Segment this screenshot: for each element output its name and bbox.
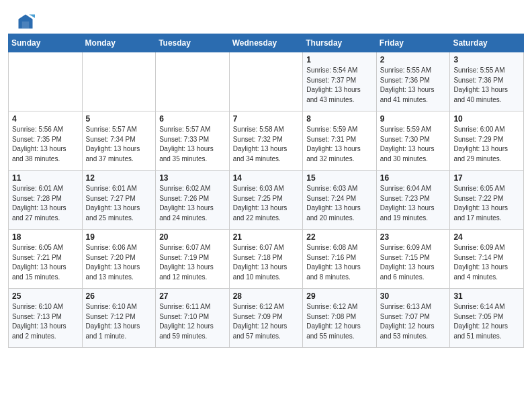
day-info: Sunrise: 6:09 AMSunset: 7:14 PMDaylight:… [453,243,520,282]
day-info: Sunrise: 5:56 AMSunset: 7:35 PMDaylight:… [12,125,79,164]
day-info: Sunrise: 6:14 AMSunset: 7:05 PMDaylight:… [453,302,520,341]
day-header-thursday: Thursday [303,34,377,52]
calendar-week-1: 1Sunrise: 5:54 AMSunset: 7:37 PMDaylight… [9,52,524,111]
calendar-cell: 13Sunrise: 6:02 AMSunset: 7:26 PMDayligh… [156,171,230,230]
calendar-week-2: 4Sunrise: 5:56 AMSunset: 7:35 PMDaylight… [9,111,524,171]
day-number: 7 [233,114,300,124]
calendar-cell: 31Sunrise: 6:14 AMSunset: 7:05 PMDayligh… [450,289,524,348]
logo-icon [16,12,35,31]
calendar-cell: 17Sunrise: 6:05 AMSunset: 7:22 PMDayligh… [450,171,524,230]
day-number: 15 [306,173,373,183]
calendar-cell [9,52,83,111]
day-number: 14 [233,173,300,183]
calendar-cell: 5Sunrise: 5:57 AMSunset: 7:34 PMDaylight… [82,111,156,171]
day-number: 10 [453,114,520,124]
day-info: Sunrise: 6:00 AMSunset: 7:29 PMDaylight:… [453,125,520,164]
day-number: 3 [453,55,520,64]
day-info: Sunrise: 6:05 AMSunset: 7:22 PMDaylight:… [453,184,520,223]
calendar-cell: 2Sunrise: 5:55 AMSunset: 7:36 PMDaylight… [376,52,450,111]
day-header-friday: Friday [376,34,450,52]
calendar-cell: 1Sunrise: 5:54 AMSunset: 7:37 PMDaylight… [303,52,377,111]
day-number: 22 [306,232,373,242]
day-info: Sunrise: 6:01 AMSunset: 7:28 PMDaylight:… [12,184,79,223]
day-number: 28 [233,291,300,301]
calendar-cell: 16Sunrise: 6:04 AMSunset: 7:23 PMDayligh… [376,171,450,230]
calendar-cell: 20Sunrise: 6:07 AMSunset: 7:19 PMDayligh… [156,230,230,289]
day-number: 30 [380,291,447,301]
day-info: Sunrise: 6:12 AMSunset: 7:09 PMDaylight:… [233,302,300,341]
day-header-sunday: Sunday [9,34,83,52]
day-info: Sunrise: 6:10 AMSunset: 7:13 PMDaylight:… [12,302,79,341]
day-number: 31 [453,291,520,301]
calendar-week-4: 18Sunrise: 6:05 AMSunset: 7:21 PMDayligh… [9,230,524,289]
day-number: 12 [86,173,152,183]
day-info: Sunrise: 5:57 AMSunset: 7:33 PMDaylight:… [159,125,226,164]
day-header-saturday: Saturday [450,34,524,52]
calendar-cell: 12Sunrise: 6:01 AMSunset: 7:27 PMDayligh… [82,171,156,230]
day-number: 11 [12,173,79,183]
day-number: 8 [306,114,373,124]
svg-rect-2 [22,21,30,29]
day-info: Sunrise: 6:04 AMSunset: 7:23 PMDaylight:… [380,184,447,223]
calendar-cell: 30Sunrise: 6:13 AMSunset: 7:07 PMDayligh… [376,289,450,348]
calendar-cell: 15Sunrise: 6:03 AMSunset: 7:24 PMDayligh… [303,171,377,230]
day-info: Sunrise: 5:59 AMSunset: 7:30 PMDaylight:… [380,125,447,164]
calendar-cell: 26Sunrise: 6:10 AMSunset: 7:12 PMDayligh… [82,289,156,348]
day-info: Sunrise: 6:03 AMSunset: 7:25 PMDaylight:… [233,184,300,223]
day-info: Sunrise: 5:58 AMSunset: 7:32 PMDaylight:… [233,125,300,164]
day-info: Sunrise: 6:13 AMSunset: 7:07 PMDaylight:… [380,302,447,341]
calendar-table: SundayMondayTuesdayWednesdayThursdayFrid… [8,34,524,348]
calendar-cell: 24Sunrise: 6:09 AMSunset: 7:14 PMDayligh… [450,230,524,289]
day-header-tuesday: Tuesday [156,34,230,52]
day-info: Sunrise: 5:57 AMSunset: 7:34 PMDaylight:… [86,125,152,164]
day-info: Sunrise: 6:03 AMSunset: 7:24 PMDaylight:… [306,184,373,223]
day-number: 19 [86,232,152,242]
logo [16,12,38,31]
calendar-cell: 21Sunrise: 6:07 AMSunset: 7:18 PMDayligh… [229,230,303,289]
day-number: 13 [159,173,226,183]
day-info: Sunrise: 6:12 AMSunset: 7:08 PMDaylight:… [306,302,373,341]
day-number: 9 [380,114,447,124]
calendar-wrap: SundayMondayTuesdayWednesdayThursdayFrid… [0,34,532,356]
day-number: 23 [380,232,447,242]
day-number: 16 [380,173,447,183]
calendar-cell: 18Sunrise: 6:05 AMSunset: 7:21 PMDayligh… [9,230,83,289]
day-number: 20 [159,232,226,242]
calendar-cell: 23Sunrise: 6:09 AMSunset: 7:15 PMDayligh… [376,230,450,289]
day-info: Sunrise: 6:05 AMSunset: 7:21 PMDaylight:… [12,243,79,282]
day-number: 2 [380,55,447,64]
day-number: 24 [453,232,520,242]
calendar-cell: 25Sunrise: 6:10 AMSunset: 7:13 PMDayligh… [9,289,83,348]
day-number: 29 [306,291,373,301]
day-info: Sunrise: 6:08 AMSunset: 7:16 PMDaylight:… [306,243,373,282]
day-number: 6 [159,114,226,124]
day-info: Sunrise: 5:55 AMSunset: 7:36 PMDaylight:… [380,66,447,105]
day-header-monday: Monday [82,34,156,52]
day-info: Sunrise: 5:54 AMSunset: 7:37 PMDaylight:… [306,66,373,105]
calendar-cell [82,52,156,111]
calendar-cell [156,52,230,111]
day-info: Sunrise: 6:06 AMSunset: 7:20 PMDaylight:… [86,243,152,282]
day-number: 4 [12,114,79,124]
day-header-wednesday: Wednesday [229,34,303,52]
day-number: 26 [86,291,152,301]
day-info: Sunrise: 5:59 AMSunset: 7:31 PMDaylight:… [306,125,373,164]
day-number: 5 [86,114,152,124]
calendar-header-row: SundayMondayTuesdayWednesdayThursdayFrid… [9,34,524,52]
day-number: 27 [159,291,226,301]
calendar-cell: 14Sunrise: 6:03 AMSunset: 7:25 PMDayligh… [229,171,303,230]
day-number: 21 [233,232,300,242]
day-number: 17 [453,173,520,183]
day-info: Sunrise: 6:07 AMSunset: 7:18 PMDaylight:… [233,243,300,282]
calendar-cell: 27Sunrise: 6:11 AMSunset: 7:10 PMDayligh… [156,289,230,348]
calendar-cell: 11Sunrise: 6:01 AMSunset: 7:28 PMDayligh… [9,171,83,230]
calendar-cell: 10Sunrise: 6:00 AMSunset: 7:29 PMDayligh… [450,111,524,171]
calendar-cell: 7Sunrise: 5:58 AMSunset: 7:32 PMDaylight… [229,111,303,171]
day-number: 1 [306,55,373,64]
calendar-cell [229,52,303,111]
calendar-cell: 29Sunrise: 6:12 AMSunset: 7:08 PMDayligh… [303,289,377,348]
calendar-cell: 9Sunrise: 5:59 AMSunset: 7:30 PMDaylight… [376,111,450,171]
day-info: Sunrise: 6:07 AMSunset: 7:19 PMDaylight:… [159,243,226,282]
calendar-cell: 28Sunrise: 6:12 AMSunset: 7:09 PMDayligh… [229,289,303,348]
calendar-cell: 6Sunrise: 5:57 AMSunset: 7:33 PMDaylight… [156,111,230,171]
